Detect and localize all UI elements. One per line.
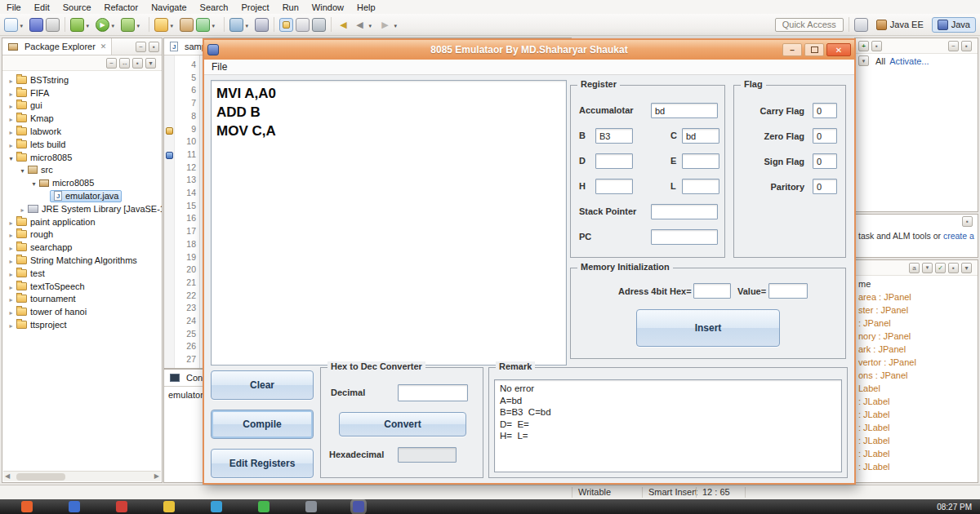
scrollbar-thumb[interactable]: [16, 473, 65, 481]
outline-item[interactable]: : JLabel: [855, 447, 978, 460]
tree-item-lets-build[interactable]: lets build: [2, 138, 162, 151]
activate-link[interactable]: Activate...: [889, 56, 929, 66]
forward-icon[interactable]: [378, 18, 392, 32]
close-button[interactable]: [826, 43, 851, 56]
d-register-field[interactable]: [595, 153, 633, 169]
media-player-icon[interactable]: [211, 501, 222, 512]
collapse-icon[interactable]: [948, 263, 959, 273]
new-class-icon[interactable]: [196, 18, 210, 32]
flag-field[interactable]: 0: [813, 128, 837, 144]
tree-item-micro8085-pkg[interactable]: micro8085: [2, 176, 162, 189]
tree-item-kmap[interactable]: Kmap: [2, 112, 162, 125]
console-view-icon[interactable]: [312, 18, 326, 32]
accumulator-field[interactable]: bd: [651, 103, 718, 118]
new-wizard-icon[interactable]: [4, 18, 18, 32]
emulator-titlebar[interactable]: 8085 Emulataor By MD.Shaharyar Shaukat: [204, 40, 854, 60]
menu-item[interactable]: Edit: [28, 2, 56, 13]
expand-arrow-icon[interactable]: [7, 126, 16, 136]
outline-item[interactable]: : JLabel: [855, 395, 978, 408]
expand-arrow-icon[interactable]: [7, 217, 16, 227]
tree-item-bststring[interactable]: BSTstring: [2, 73, 162, 86]
collapse-arrow-icon[interactable]: [7, 153, 16, 162]
edit-registers-button[interactable]: Edit Registers: [211, 449, 314, 478]
collapse-all-icon[interactable]: [106, 58, 117, 69]
insert-button[interactable]: Insert: [636, 309, 780, 347]
filter-icon[interactable]: [922, 263, 933, 273]
open-perspective-icon[interactable]: [854, 18, 868, 32]
quick-access-button[interactable]: Quick Access: [775, 18, 844, 32]
expand-arrow-icon[interactable]: [7, 140, 16, 149]
tree-item-string-matching[interactable]: String Matching Algorithms: [2, 254, 162, 267]
outline-item[interactable]: : JPanel: [855, 317, 978, 330]
e-register-field[interactable]: [682, 153, 719, 169]
flag-field[interactable]: 0: [813, 153, 837, 169]
perspective-java-button[interactable]: Java: [932, 17, 976, 33]
camera-icon[interactable]: [305, 501, 317, 512]
focus-icon[interactable]: [132, 58, 143, 69]
bookmark-marker-icon[interactable]: [166, 152, 173, 159]
tree-item-emulator-java[interactable]: emulator.java: [2, 189, 162, 202]
decimal-field[interactable]: [398, 384, 468, 401]
outline-item[interactable]: ster : JPanel: [855, 304, 978, 317]
menu-item[interactable]: Search: [194, 2, 235, 13]
maximize-button[interactable]: [804, 43, 824, 56]
tree-item-labwork[interactable]: labwork: [2, 125, 162, 138]
flag-field[interactable]: 0: [813, 103, 837, 118]
menu-item[interactable]: Source: [56, 2, 98, 13]
browser-icon[interactable]: [21, 501, 33, 512]
outline-item[interactable]: me: [855, 277, 978, 290]
outline-item[interactable]: Label: [855, 382, 978, 395]
value-field[interactable]: [768, 283, 808, 299]
outline-item[interactable]: : JLabel: [855, 421, 978, 434]
expand-arrow-icon[interactable]: [7, 113, 16, 123]
outline-item[interactable]: vertor : JPanel: [855, 356, 978, 369]
menu-item[interactable]: Help: [350, 2, 382, 13]
tree-item-jre-library[interactable]: JRE System Library [JavaSE-1.: [2, 202, 162, 215]
outline-item[interactable]: : JLabel: [855, 434, 978, 447]
horizontal-scrollbar[interactable]: [3, 471, 161, 481]
expand-arrow-icon[interactable]: [7, 229, 16, 239]
outline-item[interactable]: : JLabel: [855, 408, 978, 421]
run-icon[interactable]: [96, 18, 109, 32]
debug-icon[interactable]: [70, 18, 84, 32]
link-with-editor-icon[interactable]: [119, 58, 130, 69]
close-icon[interactable]: [100, 42, 107, 51]
menu-item[interactable]: File: [0, 2, 28, 13]
scroll-right-icon[interactable]: [154, 472, 159, 480]
tree-item-ttsproject[interactable]: ttsproject: [2, 318, 162, 331]
remark-textarea[interactable]: No error A=bd B=B3 C=bd D= E= H= L=: [494, 379, 842, 472]
outline-item[interactable]: : JLabel: [855, 460, 978, 473]
last-edit-location-icon[interactable]: [336, 18, 350, 32]
c-register-field[interactable]: bd: [682, 128, 719, 144]
stack-pointer-field[interactable]: [651, 204, 718, 219]
expand-arrow-icon[interactable]: [7, 242, 16, 252]
sort-icon[interactable]: [909, 263, 920, 273]
print-icon[interactable]: [46, 18, 60, 32]
link-with-editor-icon[interactable]: [935, 263, 946, 273]
minimize-view-icon[interactable]: [948, 41, 959, 51]
tree-item-test[interactable]: test: [2, 267, 162, 280]
compile-button[interactable]: Compile: [211, 410, 314, 439]
create-task-link[interactable]: create a: [943, 231, 974, 241]
back-icon[interactable]: [353, 18, 367, 32]
view-menu-icon[interactable]: [961, 263, 972, 273]
collapse-arrow-icon[interactable]: [29, 178, 38, 188]
expand-arrow-icon[interactable]: [7, 255, 16, 265]
expand-arrow-icon[interactable]: [7, 88, 16, 98]
code-editor[interactable]: MVI A,A0 ADD B MOV C,A: [211, 80, 567, 366]
tree-item-texttospeech[interactable]: textToSpeech: [2, 280, 162, 293]
expand-arrow-icon[interactable]: [7, 75, 16, 85]
tree-item-fifa[interactable]: FIFA: [2, 86, 162, 100]
b-register-field[interactable]: B3: [595, 128, 633, 144]
scroll-left-icon[interactable]: [5, 472, 10, 480]
menu-file[interactable]: File: [204, 61, 234, 73]
clear-button[interactable]: Clear: [211, 370, 314, 400]
task-marker-icon[interactable]: [166, 127, 173, 135]
view-menu-icon[interactable]: [145, 58, 156, 69]
external-tools-icon[interactable]: [121, 18, 135, 32]
l-register-field[interactable]: [682, 179, 719, 194]
address-field[interactable]: [693, 283, 731, 299]
categorized-icon[interactable]: [871, 41, 882, 51]
outline-item[interactable]: area : JPanel: [855, 290, 978, 304]
maximize-view-icon[interactable]: [149, 42, 159, 52]
